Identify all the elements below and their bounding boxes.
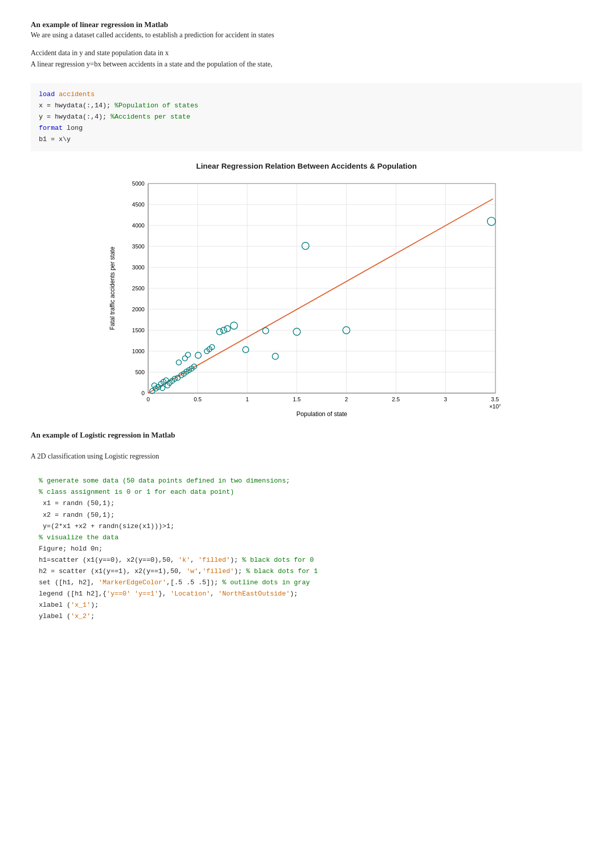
logistic-title: An example of Logistic regression in Mat… xyxy=(31,431,582,440)
linear-chart-title: Linear Regression Relation Between Accid… xyxy=(196,162,417,170)
svg-text:3.5: 3.5 xyxy=(491,396,499,402)
svg-text:1.5: 1.5 xyxy=(293,396,300,402)
linear-title: An example of linear regression in Matla… xyxy=(31,20,582,29)
linear-chart-container: Linear Regression Relation Between Accid… xyxy=(31,162,582,419)
svg-text:500: 500 xyxy=(135,369,145,375)
svg-text:4500: 4500 xyxy=(132,201,145,208)
svg-text:5000: 5000 xyxy=(132,180,145,187)
logistic-desc: A 2D classification using Logistic regre… xyxy=(31,452,582,461)
svg-text:2: 2 xyxy=(345,396,348,402)
linear-code-block: load accidents x = hwydata(:,14); %Popul… xyxy=(31,83,582,151)
logistic-code-block: % generate some data (50 data points def… xyxy=(31,475,582,622)
linear-info: Accident data in y and state population … xyxy=(31,48,582,71)
linear-desc: We are using a dataset called accidents,… xyxy=(31,31,582,39)
svg-text:2000: 2000 xyxy=(132,306,145,312)
svg-text:2500: 2500 xyxy=(132,285,145,291)
svg-text:Population of state: Population of state xyxy=(296,410,347,418)
svg-text:1000: 1000 xyxy=(132,348,145,354)
linear-info-line1: Accident data in y and state population … xyxy=(31,49,169,57)
svg-text:Fatal traffic accidents per st: Fatal traffic accidents per state xyxy=(109,246,116,330)
svg-text:1500: 1500 xyxy=(132,327,145,333)
linear-section: An example of linear regression in Matla… xyxy=(31,20,582,419)
svg-text:2.5: 2.5 xyxy=(392,396,399,402)
svg-text:3: 3 xyxy=(444,396,447,402)
svg-text:0: 0 xyxy=(147,396,150,402)
linear-info-line2: A linear regression y=bx between acciden… xyxy=(31,60,272,68)
svg-text:1: 1 xyxy=(246,396,249,402)
linear-chart-svg: 0 500 1000 1500 2000 2500 3000 3500 4000… xyxy=(107,173,506,419)
svg-text:0: 0 xyxy=(142,390,145,396)
svg-text:0.5: 0.5 xyxy=(194,396,201,402)
svg-text:4000: 4000 xyxy=(132,222,145,229)
svg-text:×10⁷: ×10⁷ xyxy=(489,403,501,409)
svg-text:3000: 3000 xyxy=(132,264,145,270)
logistic-section: An example of Logistic regression in Mat… xyxy=(31,431,582,622)
svg-text:3500: 3500 xyxy=(132,243,145,249)
